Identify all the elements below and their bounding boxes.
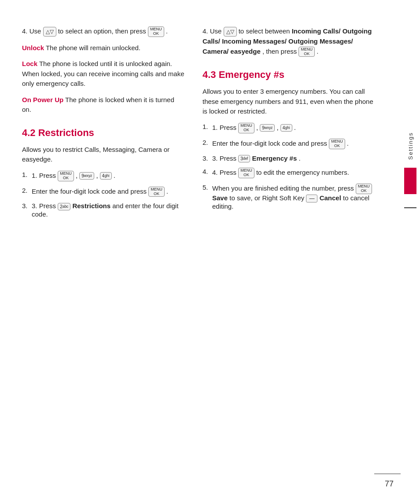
s43-step4-mid: to edit the emergency numbers. [256,169,349,176]
s43-step2-end: . [347,140,349,147]
step4-left-intro: 4. Use [22,27,41,35]
s43-step3-content: 3. Press 3def Emergency #s . [212,155,374,163]
step4-right-intro: 4. Use [203,27,221,35]
nav-key-right: △▽ [224,27,237,37]
s43-step4: 4. 4. Press MENU OK to edit the emergenc… [203,168,374,178]
s42-step3-num: 3. [22,202,32,210]
s43-step3: 3. 3. Press 3def Emergency #s . [203,155,374,163]
s43-step5-content: When you are finished editing the number… [212,184,374,210]
page-divider [374,474,401,474]
menu-ok-bot: OK [153,32,159,36]
s43-key3: 3def [238,155,250,162]
s43-emergency-label: Emergency #s [252,155,297,162]
step4-right-end: . [317,48,318,55]
s43-step3-num: 3. [203,155,212,162]
sidebar-line [404,207,416,208]
s43-save-label: Save [212,194,228,202]
s43-step1-end: . [294,124,296,131]
s42-key2: 2abc [58,203,70,210]
section-42-heading: 4.2 Restrictions [22,127,185,139]
sidebar-label: Settings [407,132,414,160]
nav-key-left: △▽ [43,27,56,37]
s43-step2-text: Enter the four-digit lock code and press [212,140,329,147]
s43-step1-content: 1. Press MENU OK , 9wxyz , 4ghi . [212,123,374,133]
s42-step2-num: 2. [22,187,32,194]
step4-right: 4. Use △▽ to select between Incoming Cal… [203,26,374,57]
s43-cancel-label: Cancel [320,194,341,202]
sidebar-bar [404,168,416,194]
s43-step1-sep1: , [256,124,258,131]
s42-menu-ok-1: MENU OK [58,171,74,181]
s43-step2: 2. Enter the four-digit lock code and pr… [203,139,374,149]
onpowerup-para: On Power Up The phone is locked when it … [22,95,185,115]
s43-menu-ok-4: MENU OK [238,168,254,178]
s43-step5-num: 5. [203,184,212,191]
s43-step5: 5. When you are finished editing the num… [203,184,374,210]
rsk-key: — [306,195,317,202]
step4-left-mid: to select an option, then press [58,27,146,35]
s43-step3-press: 3. Press [212,155,236,162]
menu-ok-key-left: MENU OK [148,26,164,37]
unlock-label: Unlock [22,44,44,52]
unlock-desc: The phone will remain unlocked. [46,44,140,52]
s42-menu-ok-2: MENU OK [148,187,165,197]
section-43-desc: Allows you to enter 3 emergency numbers.… [203,87,374,117]
main-content: 4. Use △▽ to select an option, then pres… [0,0,401,504]
s43-menu-ok-5: MENU OK [356,184,372,194]
s42-key9: 9wxyz [79,172,94,180]
unlock-para: Unlock The phone will remain unlocked. [22,43,185,53]
menu-ok-key-right: MENU OK [298,47,315,57]
s42-step1-press: 1. Press [32,172,56,179]
s42-step2: 2. Enter the four-digit lock code and pr… [22,187,185,197]
s43-key4: 4ghi [280,124,292,132]
s42-step1-sep2: , [96,172,98,179]
s43-step2-content: Enter the four-digit lock code and press… [212,139,374,149]
s43-step4-press: 4. Press [212,169,236,176]
s43-step5-mid: to save, or Right Soft Key [229,194,306,202]
section-43-heading: 4.3 Emergency #s [203,69,374,81]
s43-step2-num: 2. [203,139,212,146]
step4-right-then: , then press [262,48,299,55]
s43-step4-num: 4. [203,168,212,175]
s43-key9: 9wxyz [260,124,275,132]
s42-step1-content: 1. Press MENU OK , 9wxyz , 4ghi . [32,171,185,181]
s42-key4: 4ghi [100,172,112,180]
onpowerup-label: On Power Up [22,96,63,103]
section-42-desc: Allows you to restrict Calls, Messaging,… [22,145,185,165]
right-column: 4. Use △▽ to select between Incoming Cal… [198,26,374,478]
s42-step1-end: . [114,172,115,179]
s43-menu-ok-2: MENU OK [329,139,345,149]
lock-desc: The phone is locked until it is unlocked… [22,60,184,87]
s43-step3-end: . [298,155,300,162]
s43-menu-ok-1: MENU OK [238,123,254,133]
s42-step1: 1. 1. Press MENU OK , 9wxyz , 4ghi . [22,171,185,181]
left-column: 4. Use △▽ to select an option, then pres… [22,26,198,478]
page-number: 77 [385,479,394,489]
s42-restrictions-label: Restrictions [72,202,111,210]
s42-step3-press: 3. Press [32,202,56,210]
lock-label: Lock [22,60,37,67]
s42-step2-end: . [166,188,168,195]
lock-para: Lock The phone is locked until it is unl… [22,59,185,89]
s42-step1-sep1: , [76,172,77,179]
s42-step2-text: Enter the four-digit lock code and press [32,188,148,195]
step4-right-mid: to select between [239,27,292,35]
s43-step1-sep2: , [276,124,278,131]
s42-step2-content: Enter the four-digit lock code and press… [32,187,185,197]
s42-step3-content: 3. Press 2abc Restrictions and enter the… [32,202,185,218]
s43-step1-press: 1. Press [212,124,236,131]
s42-step3: 3. 3. Press 2abc Restrictions and enter … [22,202,185,218]
s42-step1-num: 1. [22,171,32,178]
page: Settings 4. Use △▽ to select an option, … [0,0,420,504]
s43-step4-content: 4. Press MENU OK to edit the emergency n… [212,168,374,178]
s43-step5-intro: When you are finished editing the number… [212,184,356,192]
s43-step1: 1. 1. Press MENU OK , 9wxyz , 4ghi . [203,123,374,133]
step4-left: 4. Use △▽ to select an option, then pres… [22,26,185,37]
sidebar: Settings [401,0,420,504]
s43-step1-num: 1. [203,123,212,130]
